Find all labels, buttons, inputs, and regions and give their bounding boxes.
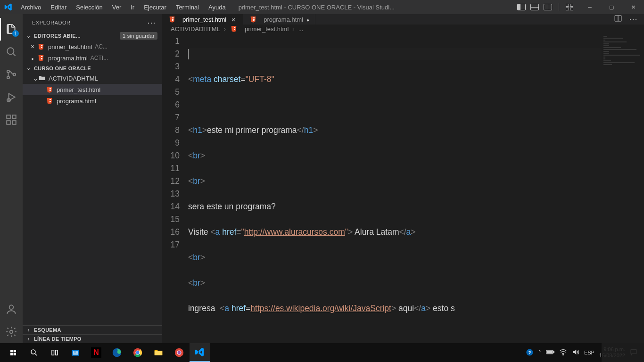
- open-editor-item[interactable]: × primer_test.html AC...: [23, 41, 162, 52]
- sidebar-more-icon[interactable]: ⋯: [147, 17, 156, 28]
- svg-rect-8: [12, 115, 16, 119]
- toggle-panel-icon[interactable]: [530, 4, 539, 10]
- activity-extensions-icon[interactable]: [0, 108, 23, 131]
- close-icon[interactable]: ×: [28, 43, 37, 50]
- svg-point-3: [13, 73, 16, 75]
- menu-terminal[interactable]: Terminal: [172, 2, 203, 13]
- html-file-icon: [168, 15, 176, 24]
- menu-editar[interactable]: Editar: [46, 2, 71, 13]
- tab-actions: ⋯: [614, 14, 644, 25]
- open-editor-item[interactable]: programa.html ACTI...: [23, 52, 162, 64]
- timeline-header[interactable]: › LÍNEA DE TIEMPO: [23, 334, 162, 343]
- workspace-header[interactable]: ⌄ CURSO ONE ORACLE: [23, 64, 162, 73]
- chevron-down-icon: ⌄: [25, 65, 32, 71]
- outline-header[interactable]: › ESQUEMA: [23, 325, 162, 334]
- toggle-primary-sidebar-icon[interactable]: [517, 4, 526, 10]
- svg-point-10: [10, 330, 13, 334]
- toggle-secondary-sidebar-icon[interactable]: [544, 4, 552, 10]
- svg-rect-15: [72, 350, 79, 356]
- outline-label: ESQUEMA: [34, 327, 61, 333]
- tab-primer-test[interactable]: primer_test.html ×: [162, 14, 243, 25]
- svg-point-0: [7, 48, 14, 54]
- open-editors-tree: × primer_test.html AC... programa.html A…: [23, 41, 162, 64]
- workspace-label: CURSO ONE ORACLE: [34, 66, 91, 71]
- svg-rect-5: [7, 115, 10, 119]
- window-title: primer_test.html - CURSO ONE ORACLE - Vi…: [230, 4, 517, 11]
- html-file-icon: [230, 25, 238, 33]
- activity-source-control-icon[interactable]: [0, 63, 23, 86]
- taskbar-search-icon[interactable]: [24, 343, 44, 362]
- folder-item[interactable]: ⌄ ACTIVIDADHTML: [23, 73, 162, 84]
- sidebar-header: EXPLORADOR ⋯: [23, 14, 162, 31]
- html-file-icon: [249, 15, 257, 24]
- file-tree: ⌄ ACTIVIDADHTML primer_test.html program…: [23, 73, 162, 325]
- menu-ver[interactable]: Ver: [108, 2, 126, 13]
- file-label: programa.html: [57, 98, 96, 105]
- activity-settings-icon[interactable]: [0, 321, 23, 343]
- menu-ayuda[interactable]: Ayuda: [204, 2, 230, 13]
- svg-point-2: [7, 76, 9, 79]
- editor-area: primer_test.html × programa.html ⋯ ACTIV…: [162, 14, 644, 343]
- sidebar-title: EXPLORADOR: [32, 20, 70, 25]
- chevron-right-icon: ›: [25, 327, 32, 333]
- open-editors-label: EDITORES ABIE...: [34, 33, 81, 39]
- html-file-icon: [37, 54, 45, 62]
- close-button[interactable]: ✕: [622, 0, 644, 14]
- code-editor[interactable]: 1234567891011121314151617 <meta charset=…: [162, 33, 644, 362]
- file-label: primer_test.html: [48, 43, 92, 50]
- split-editor-icon[interactable]: [614, 14, 622, 25]
- breadcrumb-folder[interactable]: ACTIVIDADHTML: [171, 25, 220, 33]
- breadcrumb-more[interactable]: ...: [298, 25, 304, 33]
- folder-icon: [38, 74, 46, 82]
- taskbar-app-netflix[interactable]: N: [86, 343, 107, 362]
- code-content[interactable]: <meta charset="UFT-8" <h1>este mi primer…: [188, 33, 644, 362]
- activity-debug-icon[interactable]: [0, 86, 23, 108]
- open-editors-header[interactable]: ⌄ EDITORES ABIE... 1 sin guardar: [23, 31, 162, 41]
- minimize-button[interactable]: ─: [579, 0, 601, 14]
- menu-ir[interactable]: Ir: [126, 2, 139, 13]
- file-dir: ACTI...: [91, 55, 108, 61]
- activity-search-icon[interactable]: [0, 41, 23, 63]
- tab-label: programa.html: [264, 16, 303, 23]
- activity-bar: 1: [0, 14, 23, 343]
- explorer-badge: 1: [12, 30, 19, 37]
- start-button[interactable]: [3, 343, 24, 362]
- folder-label: ACTIVIDADHTML: [49, 75, 98, 82]
- file-dir: AC...: [95, 43, 107, 50]
- svg-point-9: [9, 305, 14, 309]
- layout-controls: [517, 3, 579, 11]
- chevron-right-icon: ›: [25, 336, 32, 342]
- editor-tabs: primer_test.html × programa.html ⋯: [162, 14, 644, 25]
- tab-programa[interactable]: programa.html: [243, 14, 315, 25]
- dirty-indicator-icon: [306, 16, 309, 23]
- task-view-icon[interactable]: [44, 343, 65, 362]
- separator: [559, 3, 559, 11]
- breadcrumbs[interactable]: ACTIVIDADHTML › primer_test.html › ...: [162, 25, 644, 33]
- breadcrumb-file[interactable]: primer_test.html: [245, 25, 289, 33]
- dirty-indicator-icon: [28, 55, 37, 62]
- minimap[interactable]: [602, 33, 644, 362]
- breadcrumb-separator-icon: ›: [292, 25, 294, 33]
- menu-ejecutar[interactable]: Ejecutar: [140, 2, 171, 13]
- taskbar-app-store[interactable]: [65, 343, 86, 362]
- customize-layout-icon[interactable]: [566, 4, 573, 10]
- svg-point-21: [136, 351, 140, 354]
- timeline-label: LÍNEA DE TIEMPO: [34, 336, 82, 342]
- file-item[interactable]: programa.html: [23, 95, 162, 107]
- more-actions-icon[interactable]: ⋯: [629, 14, 637, 25]
- taskbar-app-edge[interactable]: [107, 343, 127, 362]
- menu-archivo[interactable]: Archivo: [17, 2, 45, 13]
- close-icon[interactable]: ×: [230, 16, 237, 24]
- activity-explorer-icon[interactable]: 1: [0, 18, 23, 41]
- maximize-button[interactable]: ▢: [601, 0, 622, 14]
- file-item[interactable]: primer_test.html: [23, 84, 162, 95]
- html-file-icon: [45, 97, 54, 105]
- title-bar: Archivo Editar Selección Ver Ir Ejecutar…: [0, 0, 644, 14]
- menu-seleccion[interactable]: Selección: [72, 2, 107, 13]
- taskbar-app-chrome[interactable]: [127, 343, 148, 362]
- breadcrumb-separator-icon: ›: [224, 25, 226, 33]
- activity-accounts-icon[interactable]: [0, 298, 23, 321]
- svg-rect-13: [52, 350, 54, 355]
- svg-rect-7: [12, 121, 16, 124]
- file-label: primer_test.html: [57, 86, 100, 93]
